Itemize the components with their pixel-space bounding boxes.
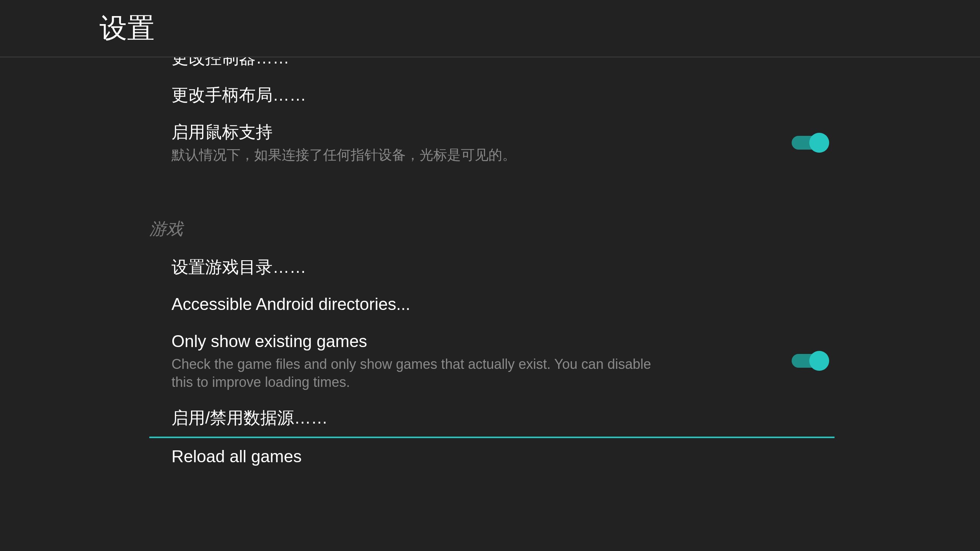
item-subtitle: 默认情况下，如果连接了任何指针设备，光标是可见的。 — [172, 146, 669, 164]
item-enable-mouse-support[interactable]: 启用鼠标支持 默认情况下，如果连接了任何指针设备，光标是可见的。 — [149, 114, 835, 173]
section-header-games: 游戏 — [149, 209, 835, 249]
item-title: 更改手柄布局…… — [172, 84, 819, 105]
item-title: Reload all games — [172, 446, 819, 467]
item-enable-disable-data-sources[interactable]: 启用/禁用数据源…… — [149, 399, 835, 438]
item-subtitle: Check the game files and only show games… — [172, 355, 669, 391]
settings-list: 控制器 更改控制器…… 更改手柄布局…… 启用鼠标支持 默认情况下，如果连接了任… — [149, 0, 835, 475]
item-title: 启用/禁用数据源…… — [172, 407, 819, 428]
spacer — [149, 173, 835, 209]
item-title: Only show existing games — [172, 331, 776, 352]
settings-scroll-area[interactable]: 控制器 更改控制器…… 更改手柄布局…… 启用鼠标支持 默认情况下，如果连接了任… — [0, 0, 980, 551]
page-title: 设置 — [100, 10, 155, 47]
item-set-game-directory[interactable]: 设置游戏目录…… — [149, 249, 835, 286]
toggle-mouse-support[interactable] — [792, 136, 827, 150]
item-title: 启用鼠标支持 — [172, 121, 776, 142]
item-title: 设置游戏目录…… — [172, 256, 819, 277]
item-change-gamepad-layout[interactable]: 更改手柄布局…… — [149, 77, 835, 114]
item-only-show-existing-games[interactable]: Only show existing games Check the game … — [149, 323, 835, 400]
toggle-only-existing-games[interactable] — [792, 354, 827, 368]
item-accessible-android-directories[interactable]: Accessible Android directories... — [149, 286, 835, 323]
page-header: 设置 — [0, 0, 980, 57]
item-reload-all-games[interactable]: Reload all games — [149, 438, 835, 475]
item-title: Accessible Android directories... — [172, 293, 819, 315]
